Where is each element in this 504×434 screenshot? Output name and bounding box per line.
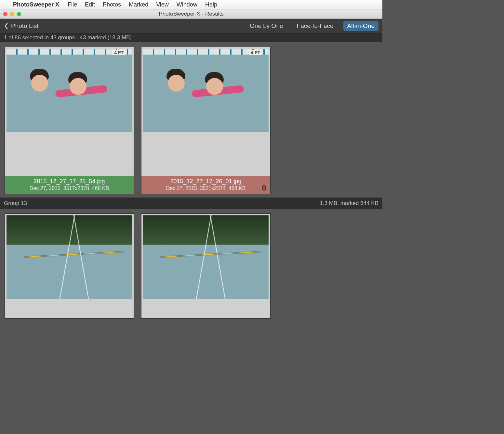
depth-marker: 4 FT (249, 50, 262, 55)
group-row: 4 FT 2015_12_27_17_25_54.jpg Dec 27, 201… (5, 47, 378, 194)
traffic-lights (3, 12, 21, 16)
menu-help[interactable]: Help (201, 1, 221, 8)
toolbar: Photo List One by One Face-to-Face All-i… (0, 19, 382, 33)
app-name-menu[interactable]: PhotoSweeper X (13, 1, 59, 8)
depth-marker: 4 FT (112, 50, 126, 55)
photo-thumbnail[interactable] (7, 215, 132, 299)
view-switcher: One by One Face-to-Face All-in-One (246, 21, 378, 31)
photo-size: 468 KB (92, 185, 109, 191)
minimize-button[interactable] (10, 12, 14, 16)
menu-photos[interactable]: Photos (99, 1, 125, 8)
group-size-summary: 1.3 MB, marked 644 KB (320, 200, 378, 207)
photo-size: 468 KB (229, 185, 245, 191)
menu-edit[interactable]: Edit (81, 1, 99, 8)
photo-thumbnail[interactable] (143, 215, 269, 299)
group-row (5, 213, 378, 319)
back-button[interactable]: Photo List (4, 22, 39, 30)
view-one-by-one[interactable]: One by One (246, 21, 287, 31)
photo-card[interactable] (141, 213, 271, 319)
results-grid[interactable]: 4 FT 2015_12_27_17_25_54.jpg Dec 27, 201… (0, 42, 382, 329)
photo-date: Dec 27, 2015 (30, 185, 60, 191)
photo-filename: 2015_12_27_17_26_01.jpg (144, 178, 268, 185)
selection-summary: 1 of 86 selected in 43 groups - 43 marke… (4, 34, 132, 41)
menu-marked[interactable]: Marked (125, 1, 152, 8)
photo-card[interactable] (5, 213, 134, 319)
menu-window[interactable]: Window (173, 1, 201, 8)
zoom-button[interactable] (17, 12, 21, 16)
group-name: Group 13 (4, 200, 27, 207)
back-label: Photo List (11, 22, 39, 30)
close-button[interactable] (3, 12, 7, 16)
view-face-to-face[interactable]: Face-to-Face (293, 21, 338, 31)
photo-thumbnail[interactable]: 4 FT (143, 49, 269, 132)
menubar: PhotoSweeper X File Edit Photos Marked V… (0, 0, 382, 9)
photo-card[interactable]: 4 FT 2015_12_27_17_25_54.jpg Dec 27, 201… (5, 47, 134, 194)
photo-dimensions: 3521x2374 (200, 185, 226, 191)
window-titlebar: PhotoSweeper X - Results (0, 9, 382, 19)
photo-caption: 2015_12_27_17_26_01.jpg Dec 27, 2015 352… (141, 176, 270, 194)
photo-filename: 2015_12_27_17_25_54.jpg (7, 178, 131, 185)
chevron-left-icon (4, 22, 8, 30)
photo-date: Dec 27, 2015 (166, 185, 197, 191)
selection-status: 1 of 86 selected in 43 groups - 43 marke… (0, 33, 382, 42)
photo-dimensions: 3517x2378 (63, 185, 89, 191)
photo-caption: 2015_12_27_17_25_54.jpg Dec 27, 2015 351… (5, 176, 134, 194)
photo-thumbnail[interactable]: 4 FT (7, 49, 132, 132)
trash-icon[interactable] (260, 184, 268, 191)
view-all-in-one[interactable]: All-in-One (343, 21, 378, 31)
photo-card[interactable]: 4 FT 2015_12_27_17_26_01.jpg Dec 27, 201… (141, 47, 271, 194)
group-header: Group 13 1.3 MB, marked 644 KB (0, 198, 382, 209)
menu-view[interactable]: View (152, 1, 173, 8)
window-title: PhotoSweeper X - Results (0, 11, 382, 17)
menu-file[interactable]: File (64, 1, 81, 8)
